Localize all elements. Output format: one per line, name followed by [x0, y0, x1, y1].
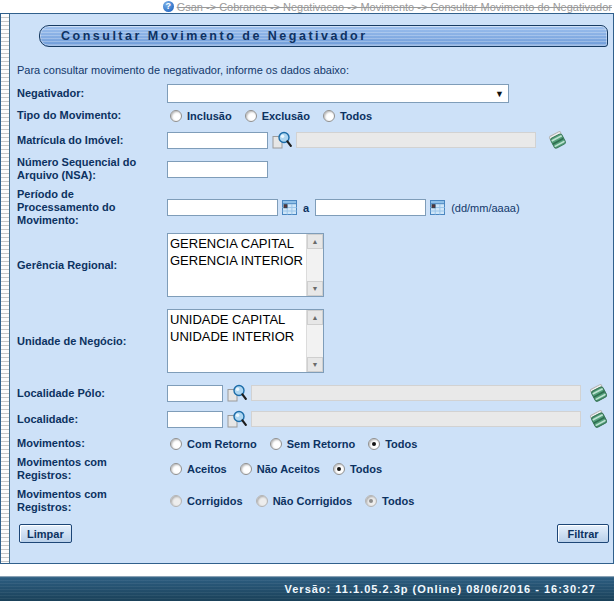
radio-unchecked-icon[interactable] — [170, 438, 182, 450]
search-icon[interactable] — [227, 409, 247, 429]
breadcrumb-path[interactable]: Gsan -> Cobranca -> Negativacao -> Movim… — [177, 1, 612, 13]
eraser-icon[interactable] — [546, 130, 569, 150]
movimentos-radio-group: Com RetornoSem RetornoTodos — [170, 438, 430, 450]
intro-text: Para consultar movimento de negativador,… — [17, 64, 610, 76]
radio-option-label: Todos — [385, 438, 417, 450]
radio-unchecked-icon[interactable] — [256, 495, 268, 507]
radio-option[interactable]: Não Aceitos — [240, 463, 320, 475]
radio-checked-icon[interactable] — [365, 495, 377, 507]
unidade-negocio-options: UNIDADE CAPITALUNIDADE INTERIOR — [168, 310, 306, 372]
scroll-down-icon[interactable]: ▼ — [307, 281, 323, 296]
scroll-up-icon[interactable]: ▲ — [307, 234, 323, 249]
radio-unchecked-icon[interactable] — [270, 438, 282, 450]
movimentos-registros-2-radio-group: CorrigidosNão CorrigidosTodos — [170, 495, 427, 507]
radio-unchecked-icon[interactable] — [245, 110, 257, 122]
radio-unchecked-icon[interactable] — [170, 463, 182, 475]
movimentos-label: Movimentos: — [17, 437, 167, 450]
radio-checked-icon[interactable] — [333, 463, 345, 475]
calendar-icon[interactable] — [282, 200, 297, 215]
list-option[interactable]: GERENCIA CAPITAL — [170, 235, 306, 252]
radio-unchecked-icon[interactable] — [170, 110, 182, 122]
search-icon[interactable] — [272, 130, 292, 150]
radio-option[interactable]: Inclusão — [170, 110, 232, 122]
row-tipo-movimento: Tipo do Movimento: InclusãoExclusãoTodos — [17, 109, 610, 122]
calendar-icon[interactable] — [430, 200, 445, 215]
help-icon[interactable]: ? — [163, 1, 174, 12]
list-option[interactable]: UNIDADE CAPITAL — [170, 311, 306, 328]
radio-option-label: Exclusão — [262, 110, 310, 122]
localidade-descricao-field — [251, 411, 581, 427]
row-matricula: Matrícula do Imóvel: — [17, 130, 610, 150]
radio-option-label: Com Retorno — [187, 438, 257, 450]
unidade-negocio-listbox[interactable]: UNIDADE CAPITALUNIDADE INTERIOR ▲ ▼ — [167, 309, 324, 373]
radio-option[interactable]: Não Corrigidos — [256, 495, 352, 507]
listbox-scrollbar[interactable]: ▲ ▼ — [306, 234, 323, 296]
localidade-input[interactable] — [167, 411, 223, 428]
periodo-inicio-input[interactable] — [167, 199, 278, 216]
list-option[interactable]: UNIDADE INTERIOR — [170, 328, 306, 345]
radio-option[interactable]: Corrigidos — [170, 495, 243, 507]
breadcrumb: ? Gsan -> Cobranca -> Negativacao -> Mov… — [0, 0, 614, 13]
filter-form: Negativador: ▼ Tipo do Movimento: Inclus… — [15, 84, 610, 543]
periodo-fim-input[interactable] — [315, 199, 426, 216]
negativador-select[interactable]: ▼ — [167, 84, 509, 103]
row-unidade-negocio: Unidade de Negócio: UNIDADE CAPITALUNIDA… — [17, 309, 610, 373]
radio-unchecked-icon[interactable] — [323, 110, 335, 122]
filtrar-button[interactable]: Filtrar — [557, 524, 609, 543]
radio-unchecked-icon[interactable] — [170, 495, 182, 507]
content-panel: Consultar Movimento de Negativador Para … — [10, 14, 613, 563]
radio-checked-icon[interactable] — [368, 438, 380, 450]
radio-option[interactable]: Todos — [333, 463, 382, 475]
radio-option-label: Aceitos — [187, 463, 227, 475]
gerencia-regional-listbox[interactable]: GERENCIA CAPITALGERENCIA INTERIOR ▲ ▼ — [167, 233, 324, 297]
radio-option-label: Corrigidos — [187, 495, 243, 507]
periodo-label: Período de Processamento do Movimento: — [17, 188, 167, 227]
radio-option[interactable]: Aceitos — [170, 463, 227, 475]
page-title: Consultar Movimento de Negativador — [39, 25, 608, 47]
listbox-scrollbar[interactable]: ▲ ▼ — [306, 310, 323, 372]
radio-unchecked-icon[interactable] — [240, 463, 252, 475]
list-option[interactable]: GERENCIA INTERIOR — [170, 252, 306, 269]
row-localidade: Localidade: — [17, 409, 610, 429]
movimentos-registros-1-radio-group: AceitosNão AceitosTodos — [170, 463, 395, 475]
radio-option-label: Todos — [350, 463, 382, 475]
scroll-up-icon[interactable]: ▲ — [307, 310, 323, 325]
chevron-down-icon: ▼ — [495, 89, 504, 99]
eraser-icon[interactable] — [587, 383, 610, 403]
tipo-movimento-radio-group: InclusãoExclusãoTodos — [170, 110, 385, 122]
movimentos-registros-2-label: Movimentos com Registros: — [17, 488, 167, 514]
button-bar: Limpar Filtrar — [19, 524, 609, 543]
periodo-format-hint: (dd/mm/aaaa) — [451, 202, 519, 214]
negativador-label: Negativador: — [17, 87, 167, 100]
radio-option-label: Inclusão — [187, 110, 232, 122]
page-title-label: Consultar Movimento de Negativador — [61, 29, 368, 43]
radio-option[interactable]: Todos — [323, 110, 372, 122]
radio-option[interactable]: Todos — [368, 438, 417, 450]
radio-option[interactable]: Todos — [365, 495, 414, 507]
radio-option-label: Não Aceitos — [257, 463, 320, 475]
radio-option-label: Todos — [340, 110, 372, 122]
row-movimentos-registros-2: Movimentos com Registros: CorrigidosNão … — [17, 488, 610, 514]
matricula-input[interactable] — [167, 132, 268, 149]
gerencia-regional-label: Gerência Regional: — [17, 259, 167, 272]
localidade-polo-input[interactable] — [167, 385, 223, 402]
limpar-button[interactable]: Limpar — [19, 524, 72, 543]
radio-option-label: Todos — [382, 495, 414, 507]
radio-option-label: Não Corrigidos — [273, 495, 352, 507]
radio-option[interactable]: Com Retorno — [170, 438, 257, 450]
row-nsa: Número Sequencial do Arquivo (NSA): — [17, 156, 610, 182]
main-frame: Consultar Movimento de Negativador Para … — [0, 13, 614, 564]
version-text: Versão: 11.1.05.2.3p (Online) 08/06/2016… — [285, 583, 597, 595]
localidade-polo-label: Localidade Pólo: — [17, 387, 167, 400]
radio-option[interactable]: Exclusão — [245, 110, 310, 122]
page: { "breadcrumb": { "path": "Gsan -> Cobra… — [0, 0, 614, 601]
eraser-icon[interactable] — [587, 409, 610, 429]
radio-option[interactable]: Sem Retorno — [270, 438, 355, 450]
matricula-label: Matrícula do Imóvel: — [17, 134, 167, 147]
scroll-down-icon[interactable]: ▼ — [307, 357, 323, 372]
unidade-negocio-label: Unidade de Negócio: — [17, 335, 167, 348]
row-negativador: Negativador: ▼ — [17, 84, 610, 103]
search-icon[interactable] — [227, 383, 247, 403]
nsa-input[interactable] — [167, 161, 268, 178]
menu-splitter-handle[interactable] — [1, 14, 10, 563]
